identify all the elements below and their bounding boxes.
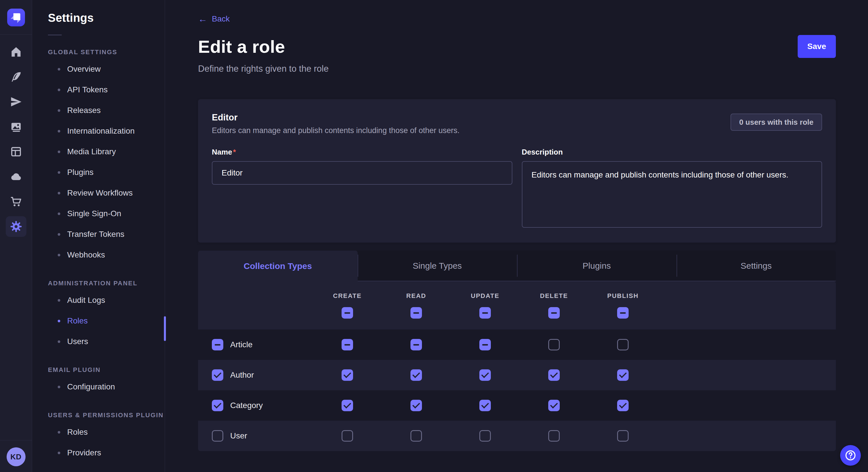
- bullet-icon: [58, 68, 60, 71]
- sidebar-item-label: API Tokens: [67, 85, 107, 94]
- author-delete-checkbox[interactable]: [548, 369, 560, 381]
- bullet-icon: [58, 452, 60, 454]
- category-create-checkbox[interactable]: [342, 400, 353, 411]
- column-label: DELETE: [540, 292, 568, 300]
- bullet-icon: [58, 150, 60, 153]
- permission-cell: [313, 369, 382, 381]
- sidebar-item-label: Overview: [67, 65, 101, 74]
- permission-cell: [588, 369, 657, 381]
- sidebar-item-label: Releases: [67, 106, 101, 115]
- sidebar-title: Settings: [48, 11, 165, 24]
- back-link[interactable]: ← Back: [198, 14, 229, 24]
- author-row-checkbox[interactable]: [212, 369, 223, 381]
- user-delete-checkbox[interactable]: [548, 430, 560, 442]
- permission-cell: [520, 400, 588, 411]
- sidebar-item-overview[interactable]: Overview: [48, 59, 165, 79]
- help-button[interactable]: [840, 445, 861, 466]
- sidebar-item-users[interactable]: Users: [48, 331, 165, 352]
- article-publish-checkbox[interactable]: [617, 339, 629, 350]
- select-all-publish-checkbox[interactable]: [617, 307, 629, 318]
- page-title: Edit a role: [198, 36, 285, 57]
- sidebar-item-transfer-tokens[interactable]: Transfer Tokens: [48, 224, 165, 245]
- category-update-checkbox[interactable]: [479, 400, 491, 411]
- tab-single-types[interactable]: Single Types: [358, 250, 517, 281]
- author-read-checkbox[interactable]: [410, 369, 422, 381]
- row-label-cell: User: [198, 430, 313, 442]
- rail-divider: [0, 34, 32, 35]
- sidebar-item-audit-logs[interactable]: Audit Logs: [48, 290, 165, 310]
- sidebar-item-releases[interactable]: Releases: [48, 100, 165, 121]
- category-read-checkbox[interactable]: [410, 400, 422, 411]
- category-row-checkbox[interactable]: [212, 400, 223, 411]
- sidebar-item-plugins[interactable]: Plugins: [48, 162, 165, 183]
- row-label: Author: [230, 370, 254, 380]
- article-read-checkbox[interactable]: [410, 339, 422, 350]
- sidebar-item-label: Review Workflows: [67, 189, 133, 198]
- permission-cell: [520, 369, 588, 381]
- table-row-user: User: [198, 421, 836, 451]
- user-update-checkbox[interactable]: [479, 430, 491, 442]
- feather-icon[interactable]: [6, 67, 26, 87]
- section-items: OverviewAPI TokensReleasesInternationali…: [48, 59, 165, 265]
- author-publish-checkbox[interactable]: [617, 369, 629, 381]
- title-row: Edit a role Save: [198, 35, 836, 58]
- sidebar-item-roles[interactable]: Roles: [48, 422, 165, 442]
- bullet-icon: [58, 89, 60, 91]
- permissions-table-header: CREATEREADUPDATEDELETEPUBLISH: [198, 281, 836, 330]
- sidebar-item-providers[interactable]: Providers: [48, 442, 165, 463]
- permission-cell: [382, 339, 451, 350]
- cart-icon[interactable]: [6, 191, 26, 212]
- select-all-update-checkbox[interactable]: [479, 307, 491, 318]
- sidebar-item-label: Configuration: [67, 382, 115, 392]
- section-items: Audit LogsRolesUsers: [48, 290, 165, 352]
- sidebar-item-configuration[interactable]: Configuration: [48, 376, 165, 397]
- role-details-card: Editor Editors can manage and publish co…: [198, 99, 836, 243]
- tab-settings[interactable]: Settings: [677, 250, 836, 281]
- sidebar-item-roles[interactable]: Roles: [48, 310, 165, 331]
- avatar[interactable]: KD: [7, 447, 26, 466]
- layout-icon[interactable]: [6, 141, 26, 162]
- tab-plugins[interactable]: Plugins: [517, 250, 677, 281]
- back-label: Back: [212, 14, 229, 24]
- author-update-checkbox[interactable]: [479, 369, 491, 381]
- user-create-checkbox[interactable]: [342, 430, 353, 442]
- paper-plane-icon[interactable]: [6, 92, 26, 112]
- sidebar-item-api-tokens[interactable]: API Tokens: [48, 79, 165, 100]
- cloud-icon[interactable]: [6, 166, 26, 187]
- strapi-logo-icon[interactable]: [7, 9, 25, 26]
- column-header-delete: DELETE: [520, 292, 588, 318]
- article-row-checkbox[interactable]: [212, 339, 223, 350]
- section-header: GLOBAL SETTINGS: [48, 48, 165, 56]
- select-all-read-checkbox[interactable]: [410, 307, 422, 318]
- sidebar-item-single-sign-on[interactable]: Single Sign-On: [48, 203, 165, 224]
- user-publish-checkbox[interactable]: [617, 430, 629, 442]
- sidebar-item-label: Audit Logs: [67, 296, 105, 305]
- permission-cell: [451, 400, 520, 411]
- sidebar-item-review-workflows[interactable]: Review Workflows: [48, 183, 165, 203]
- user-read-checkbox[interactable]: [410, 430, 422, 442]
- tab-divider: [358, 255, 358, 277]
- name-input[interactable]: [212, 161, 513, 185]
- select-all-create-checkbox[interactable]: [342, 307, 353, 318]
- article-delete-checkbox[interactable]: [548, 339, 560, 350]
- media-library-icon[interactable]: [6, 116, 26, 137]
- article-create-checkbox[interactable]: [342, 339, 353, 350]
- user-row-checkbox[interactable]: [212, 430, 223, 442]
- author-create-checkbox[interactable]: [342, 369, 353, 381]
- row-label: Article: [230, 340, 253, 349]
- article-update-checkbox[interactable]: [479, 339, 491, 350]
- save-button[interactable]: Save: [798, 35, 836, 58]
- tab-label: Settings: [741, 261, 772, 271]
- description-textarea[interactable]: Editors can manage and publish contents …: [522, 161, 823, 228]
- select-all-delete-checkbox[interactable]: [548, 307, 560, 318]
- permission-cell: [588, 339, 657, 350]
- tab-collection-types[interactable]: Collection Types: [198, 250, 358, 281]
- gear-icon[interactable]: [6, 216, 26, 237]
- category-delete-checkbox[interactable]: [548, 400, 560, 411]
- sidebar-item-internationalization[interactable]: Internationalization: [48, 121, 165, 141]
- category-publish-checkbox[interactable]: [617, 400, 629, 411]
- home-icon[interactable]: [6, 42, 26, 62]
- sidebar-item-webhooks[interactable]: Webhooks: [48, 245, 165, 265]
- sidebar-item-media-library[interactable]: Media Library: [48, 141, 165, 162]
- table-row-article: Article: [198, 330, 836, 360]
